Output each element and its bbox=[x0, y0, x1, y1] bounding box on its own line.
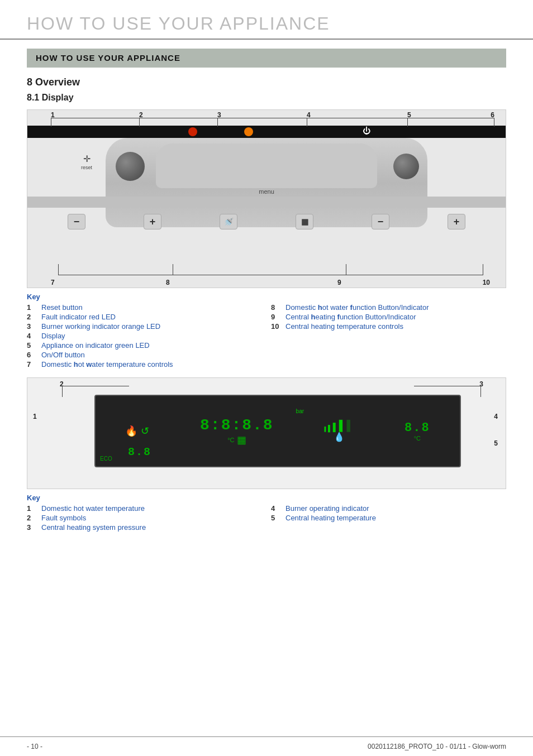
section-81-heading: 8.1 Display bbox=[27, 93, 506, 103]
line-10b bbox=[483, 264, 483, 275]
doc-reference: 0020112186_PROTO_10 - 01/11 - Glow-worm bbox=[368, 743, 506, 750]
drop-icon: 💧 bbox=[334, 432, 345, 442]
plus-left-button[interactable]: + bbox=[144, 214, 161, 229]
main-display-digits: 8:8:8.8 bbox=[200, 417, 274, 434]
menu-bar bbox=[27, 197, 506, 208]
page-header: HOW TO USE YOUR APPLIANCE bbox=[0, 0, 533, 40]
right-knob-power bbox=[393, 154, 419, 179]
page-number: - 10 - bbox=[27, 743, 42, 750]
line-3 bbox=[217, 118, 218, 127]
key1-item-4: 4 Display bbox=[27, 332, 262, 340]
key1-item-7: 7 Domestic hot water temperature control… bbox=[27, 360, 262, 369]
page-footer: - 10 - 0020112186_PROTO_10 - 01/11 - Glo… bbox=[0, 736, 533, 756]
callout-3-top: 3 bbox=[217, 111, 221, 119]
callout-1-top: 1 bbox=[51, 111, 55, 119]
temp-unit-left: °C bbox=[227, 437, 234, 443]
callout-4-top: 4 bbox=[307, 111, 311, 119]
burner-led-orange bbox=[244, 127, 253, 136]
minus-left-button[interactable]: − bbox=[68, 214, 85, 229]
disp-callout-1: 1 bbox=[33, 413, 37, 420]
reset-icon-area: ✛ reset bbox=[81, 154, 92, 170]
key2-item-2: 2 Fault symbols bbox=[27, 514, 262, 522]
power-symbol-icon: ⏻ bbox=[363, 126, 370, 135]
callout-6-top: 6 bbox=[491, 111, 494, 119]
line-9b bbox=[346, 264, 346, 275]
key1-item-2: 2 Fault indicator red LED bbox=[27, 313, 262, 321]
line-4 bbox=[307, 118, 307, 127]
key2-item-3: 3 Central heating system pressure bbox=[27, 523, 262, 532]
left-bottom-digits: 8.8 bbox=[128, 446, 151, 458]
key2-title: Key bbox=[27, 494, 506, 502]
minus-right-button[interactable]: − bbox=[372, 214, 389, 229]
key-section-2: Key 1 Domestic hot water temperature 4 B… bbox=[27, 494, 506, 532]
key-section-1: Key 1 Reset button 8 Domestic hot water … bbox=[27, 293, 506, 369]
dhw-button[interactable]: 🚿 bbox=[220, 214, 237, 229]
bottom-callout-line bbox=[58, 275, 483, 275]
key2-item-1: 1 Domestic hot water temperature bbox=[27, 504, 262, 513]
top-callout-line bbox=[51, 118, 494, 118]
display-panel bbox=[156, 143, 377, 188]
line-5 bbox=[407, 118, 408, 127]
disp-vline-3 bbox=[480, 386, 481, 397]
key1-item-9: 9 Central heating function Button/Indica… bbox=[271, 313, 506, 321]
line-8b bbox=[173, 264, 173, 275]
plus-right-button[interactable]: + bbox=[448, 214, 465, 229]
key1-item-3: 3 Burner working indicator orange LED bbox=[27, 322, 262, 331]
fault-led-red bbox=[188, 127, 197, 136]
top-bar bbox=[27, 126, 506, 138]
disp-vline-2 bbox=[62, 386, 63, 397]
display-screen: 🔥 ↺ 8:8:8.8 °C ▦ ▌ ▌ ▌ ▌ ▌ 💧 8.8 bbox=[94, 395, 461, 467]
key1-item-1: 1 Reset button bbox=[27, 303, 262, 312]
disp-callout-5: 5 bbox=[494, 439, 498, 447]
refresh-icon: ↺ bbox=[141, 425, 149, 437]
callout-8-bottom: 8 bbox=[166, 279, 170, 286]
reset-cross-icon: ✛ bbox=[81, 154, 92, 164]
button-row: − + 🚿 ▦ − + bbox=[39, 208, 494, 236]
reset-label: reset bbox=[81, 165, 92, 170]
key1-item-8: 8 Domestic hot water function Button/Ind… bbox=[271, 303, 506, 312]
key2-grid: 1 Domestic hot water temperature 4 Burne… bbox=[27, 504, 506, 532]
key1-item-5: 5 Appliance on indicator green LED bbox=[27, 341, 262, 350]
display-diagram: 2 3 1 4 5 🔥 ↺ 8:8:8.8 °C ▦ ▌ ▌ bbox=[27, 377, 506, 489]
key1-item-6: 6 On/Off button bbox=[27, 351, 262, 359]
line-6 bbox=[494, 118, 494, 127]
disp-line-3 bbox=[414, 386, 481, 386]
key1-item-10: 10 Central heating temperature controls bbox=[271, 322, 506, 331]
callout-7-bottom: 7 bbox=[51, 279, 55, 286]
callout-10-bottom: 10 bbox=[483, 279, 490, 286]
line-1 bbox=[51, 118, 51, 127]
key1-grid: 1 Reset button 8 Domestic hot water func… bbox=[27, 303, 506, 369]
key2-item-4: 4 Burner operating indicator bbox=[271, 504, 506, 513]
bar-unit-label: bar bbox=[296, 408, 304, 414]
eco-label: ECO bbox=[100, 456, 112, 462]
disp-line-2 bbox=[62, 386, 129, 386]
temp-unit-right: °C bbox=[414, 435, 421, 442]
callout-5-top: 5 bbox=[407, 111, 411, 119]
callout-9-bottom: 9 bbox=[337, 279, 341, 286]
disp-callout-4: 4 bbox=[494, 413, 498, 420]
page-header-title: HOW TO USE YOUR APPLIANCE bbox=[27, 13, 330, 34]
section-8-heading: 8 Overview bbox=[27, 76, 506, 88]
left-knob bbox=[116, 152, 145, 181]
ch-button[interactable]: ▦ bbox=[296, 214, 313, 229]
flame-icon: 🔥 bbox=[125, 425, 137, 437]
right-display-digits: 8.8 bbox=[404, 421, 430, 435]
line-2 bbox=[139, 118, 140, 127]
radiator-icon: ▦ bbox=[237, 434, 246, 446]
section-box-title: HOW TO USE YOUR APPLIANCE bbox=[36, 53, 180, 63]
appliance-diagram: 1 2 3 4 5 6 ⏻ ✛ reset menu − + 🚿 ▦ − + bbox=[27, 109, 506, 288]
key2-item-5: 5 Central heating temperature bbox=[271, 514, 506, 522]
bar-indicator: ▌ ▌ ▌ ▌ ▌ bbox=[324, 420, 354, 432]
callout-2-top: 2 bbox=[139, 111, 143, 119]
section-box: HOW TO USE YOUR APPLIANCE bbox=[27, 49, 506, 68]
menu-label: menu bbox=[259, 188, 274, 195]
line-7b bbox=[58, 264, 59, 275]
key1-title: Key bbox=[27, 293, 506, 301]
